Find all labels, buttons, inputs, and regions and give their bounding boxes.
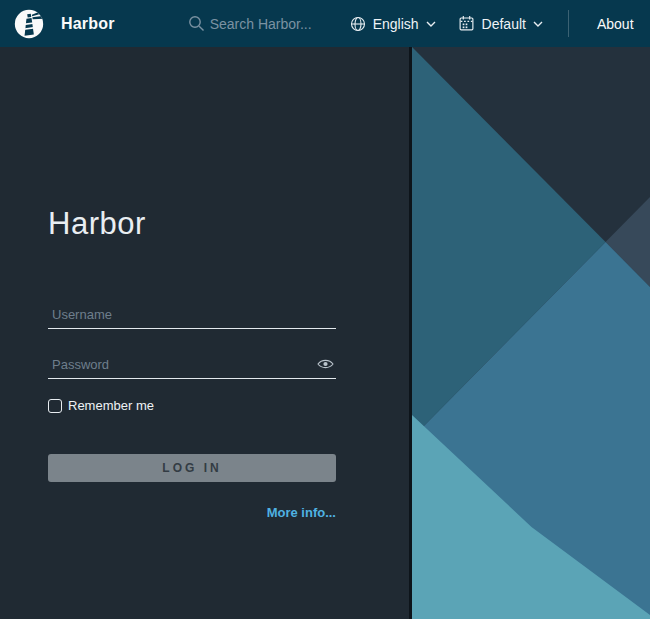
background-triangles	[412, 47, 650, 619]
log-in-button[interactable]: LOG IN	[48, 454, 336, 482]
language-label: English	[373, 16, 419, 32]
more-info-row: More info...	[48, 503, 336, 521]
remember-me-row: Remember me	[48, 398, 154, 413]
password-visibility-toggle[interactable]	[317, 358, 334, 370]
more-info-link[interactable]: More info...	[267, 505, 336, 520]
login-pane: Harbor Remember me	[0, 47, 409, 619]
header-divider	[568, 10, 569, 37]
search-icon	[188, 15, 205, 32]
password-field-wrap	[48, 353, 336, 379]
chevron-down-icon	[426, 21, 436, 27]
app-header: Harbor English	[0, 0, 650, 47]
theme-dropdown[interactable]: Default	[458, 15, 543, 32]
chevron-down-icon	[533, 21, 543, 27]
brand-title: Harbor	[61, 15, 115, 33]
search-input[interactable]	[210, 16, 350, 32]
remember-me-checkbox[interactable]	[48, 399, 62, 413]
remember-me-label: Remember me	[68, 398, 154, 413]
language-dropdown[interactable]: English	[350, 16, 436, 32]
harbor-logo-icon	[12, 7, 46, 41]
main-content: Harbor Remember me	[0, 47, 650, 619]
page-title: Harbor	[48, 206, 146, 242]
calendar-grid-icon	[458, 15, 475, 32]
search-box	[188, 15, 350, 32]
password-input[interactable]	[48, 353, 336, 378]
theme-label: Default	[482, 16, 526, 32]
decorative-background-pane	[409, 47, 650, 619]
eye-icon	[317, 358, 334, 373]
brand-home-link[interactable]: Harbor	[12, 7, 115, 41]
username-field-wrap	[48, 303, 336, 329]
about-link[interactable]: About	[597, 16, 634, 32]
globe-icon	[350, 16, 366, 32]
username-input[interactable]	[48, 303, 336, 328]
header-right: English De	[350, 10, 634, 37]
